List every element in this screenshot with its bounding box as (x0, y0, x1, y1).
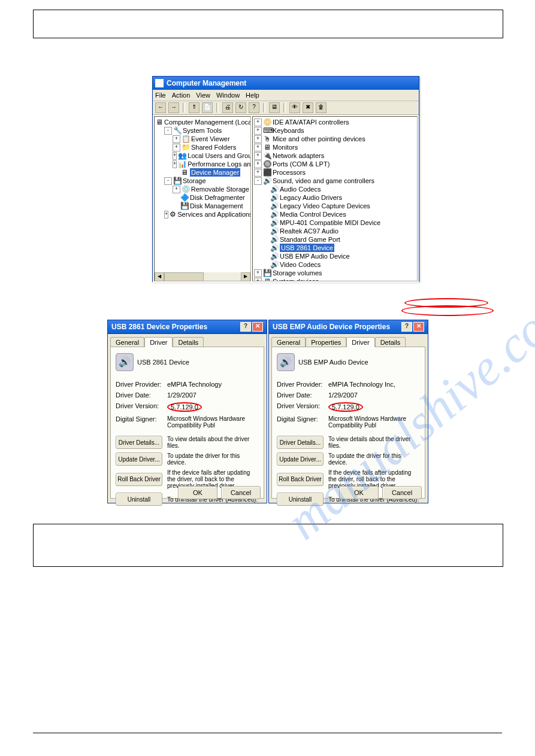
tab-details[interactable]: Details (375, 337, 406, 347)
toolbar-help-icon[interactable]: ? (249, 102, 259, 113)
tree-toggle-icon[interactable]: - (254, 177, 262, 185)
tree-item[interactable]: -🔊Sound, video and game controllers (254, 177, 416, 185)
tab-details[interactable]: Details (173, 337, 204, 347)
toolbar-properties-icon[interactable]: 📄 (202, 102, 213, 113)
ok-button[interactable]: OK (178, 486, 217, 499)
update-driver-button[interactable]: Update Driver... (116, 453, 162, 466)
dlg-titlebar[interactable]: USB 2861 Device Properties ? ✕ (107, 320, 267, 334)
tree-item[interactable]: +🔘Ports (COM & LPT) (254, 160, 416, 168)
driver-details-button[interactable]: Driver Details... (277, 436, 324, 449)
rollback-driver-button[interactable]: Roll Back Driver (277, 473, 324, 486)
cm-titlebar[interactable]: Computer Management (153, 77, 419, 90)
tree-toggle-icon[interactable]: - (164, 127, 172, 135)
tree-toggle-icon[interactable]: + (254, 160, 262, 168)
help-button-icon[interactable]: ? (240, 322, 251, 332)
toolbar-uplevel-icon[interactable]: ⇑ (189, 102, 200, 113)
tree-toggle-icon[interactable]: + (173, 144, 180, 151)
tree-item[interactable]: -🔧System Tools (156, 126, 249, 135)
update-driver-button[interactable]: Update Driver... (277, 453, 324, 466)
tree-toggle-icon[interactable]: + (164, 211, 168, 218)
tree-item[interactable]: 🔊Video Codecs (254, 260, 416, 269)
toolbar-refresh-icon[interactable]: ↻ (235, 102, 246, 113)
tree-node-icon: 🔊 (270, 260, 279, 269)
tree-item[interactable]: 🔊Realtek AC97 Audio (254, 227, 416, 235)
tree-item[interactable]: +🖱Mice and other pointing devices (254, 135, 416, 143)
toolbar-print-icon[interactable]: 🖨 (222, 102, 233, 113)
toolbar-uninstall-icon[interactable]: 🗑 (316, 102, 327, 113)
scroll-thumb[interactable] (164, 272, 204, 281)
scroll-track[interactable] (164, 272, 241, 281)
tree-toggle-icon[interactable]: + (254, 119, 262, 126)
tree-item[interactable]: 🖥Computer Management (Local) (156, 118, 249, 126)
tree-toggle-icon[interactable]: + (254, 127, 262, 135)
tree-item[interactable]: +⬛Processors (254, 168, 416, 177)
tree-item[interactable]: +📁Shared Folders (156, 143, 249, 151)
tab-general[interactable]: General (110, 337, 144, 347)
uninstall-button[interactable]: Uninstall (277, 493, 324, 506)
tree-toggle-icon[interactable]: - (164, 177, 172, 185)
tree-toggle-icon[interactable]: + (254, 152, 262, 160)
cancel-button[interactable]: Cancel (221, 486, 261, 499)
tree-item[interactable]: +📊Performance Logs and Alerts (156, 160, 249, 168)
tab-general[interactable]: General (271, 337, 306, 347)
horizontal-scrollbar[interactable]: ◀ ▶ (155, 272, 250, 281)
tab-driver[interactable]: Driver (144, 337, 173, 347)
rollback-driver-button[interactable]: Roll Back Driver (116, 473, 162, 486)
tree-item[interactable]: 🔊USB 2861 Device (254, 244, 416, 252)
toolbar-forward-icon[interactable]: → (168, 102, 179, 113)
usbemp-properties-dialog: USB EMP Audio Device Properties ? ✕ Gene… (268, 320, 428, 497)
tree-item[interactable]: +📀IDE ATA/ATAPI controllers (254, 118, 416, 126)
tree-item-label: System devices (273, 277, 319, 281)
tab-driver[interactable]: Driver (346, 337, 374, 347)
tree-toggle-icon[interactable]: + (254, 135, 262, 143)
tree-item[interactable]: 🔊Audio Codecs (254, 185, 416, 193)
tree-item[interactable]: +👥Local Users and Groups (156, 151, 249, 160)
menu-item-view[interactable]: View (196, 92, 210, 99)
tree-toggle-icon[interactable]: + (254, 269, 262, 277)
toolbar-scan-icon[interactable]: 🖥 (269, 102, 280, 113)
tree-item[interactable]: 🔊Legacy Audio Drivers (254, 193, 416, 202)
tree-item[interactable]: 🖥Device Manager (156, 168, 249, 177)
tree-toggle-icon[interactable]: + (173, 186, 180, 193)
menu-item-window[interactable]: Window (216, 92, 240, 99)
tree-toggle-icon[interactable]: + (254, 278, 262, 282)
tree-item[interactable]: +📋Event Viewer (156, 135, 249, 143)
toolbar-disable-icon[interactable]: ✖ (303, 102, 313, 113)
toolbar-showhidden-icon[interactable]: 👁 (289, 102, 300, 113)
tree-item[interactable]: +🔌Network adapters (254, 151, 416, 160)
close-button-icon[interactable]: ✕ (252, 322, 263, 332)
tree-item[interactable]: 🔊USB EMP Audio Device (254, 252, 416, 260)
tree-item[interactable]: +💿Removable Storage (156, 185, 249, 193)
close-button-icon[interactable]: ✕ (413, 322, 424, 332)
dlg-titlebar[interactable]: USB EMP Audio Device Properties ? ✕ (268, 320, 428, 334)
tree-toggle-icon[interactable]: + (254, 144, 262, 151)
tree-toggle-icon[interactable]: + (173, 152, 177, 160)
tree-toggle-icon[interactable]: + (254, 169, 262, 177)
tree-item[interactable]: 🔊Media Control Devices (254, 210, 416, 218)
tree-item[interactable]: -💾Storage (156, 177, 249, 185)
tree-toggle-icon[interactable]: + (173, 160, 177, 168)
scroll-left-icon[interactable]: ◀ (155, 272, 164, 281)
tree-item[interactable]: 🔊MPU-401 Compatible MIDI Device (254, 218, 416, 227)
help-button-icon[interactable]: ? (401, 322, 412, 332)
tree-item[interactable]: 🔊Legacy Video Capture Devices (254, 202, 416, 210)
cancel-button[interactable]: Cancel (382, 486, 422, 499)
scroll-right-icon[interactable]: ▶ (241, 272, 250, 281)
tree-item[interactable]: 🔷Disk Defragmenter (156, 193, 249, 202)
tree-item[interactable]: +🖥Monitors (254, 143, 416, 151)
tree-item[interactable]: +💾Storage volumes (254, 269, 416, 277)
uninstall-button[interactable]: Uninstall (116, 493, 162, 506)
tree-item[interactable]: +⌨Keyboards (254, 126, 416, 135)
ok-button[interactable]: OK (339, 486, 379, 499)
tree-item[interactable]: 🔊Standard Game Port (254, 235, 416, 244)
tree-item[interactable]: +🖥System devices (254, 277, 416, 281)
menu-item-file[interactable]: File (155, 92, 166, 99)
tree-item[interactable]: +⚙Services and Applications (156, 210, 249, 218)
tree-toggle-icon[interactable]: + (173, 135, 180, 143)
tree-item[interactable]: 💾Disk Management (156, 202, 249, 210)
driver-details-button[interactable]: Driver Details... (116, 436, 162, 449)
toolbar-back-icon[interactable]: ← (155, 102, 166, 113)
menu-item-help[interactable]: Help (246, 92, 259, 99)
menu-item-action[interactable]: Action (172, 92, 191, 99)
tab-properties[interactable]: Properties (306, 337, 346, 347)
